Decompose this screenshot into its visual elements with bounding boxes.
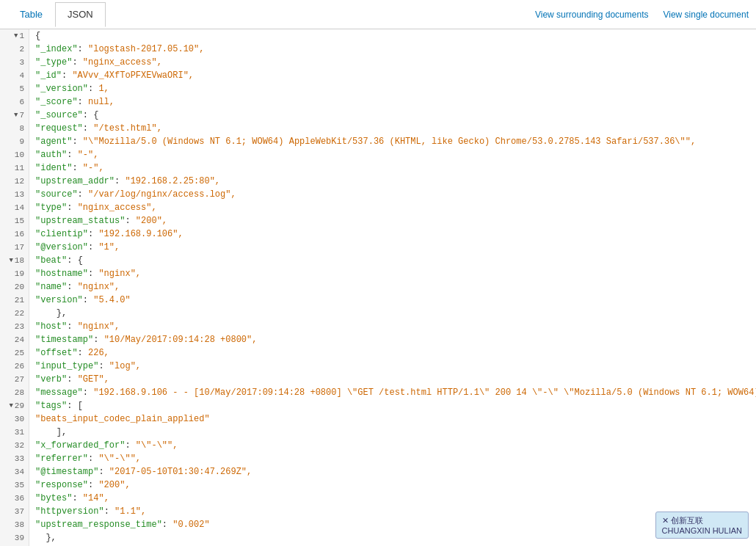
line-number: 28	[0, 386, 29, 399]
line-number: 5	[0, 82, 29, 95]
code-line: "version": "5.4.0"	[35, 294, 756, 307]
line-number: 38	[0, 518, 29, 531]
code-line: {	[35, 29, 756, 43]
line-number: 19	[0, 267, 29, 280]
code-line: "verb": "GET",	[35, 373, 756, 386]
line-number: 20	[0, 280, 29, 294]
code-line: "_version": 1,	[35, 82, 756, 95]
line-number: 12	[0, 175, 29, 188]
line-number: 21	[0, 294, 29, 307]
tab-table[interactable]: Table	[7, 2, 55, 26]
line-number: 16	[0, 228, 29, 241]
line-number: 9	[0, 135, 29, 148]
code-line: "timestamp": "10/May/2017:09:14:28 +0800…	[35, 333, 756, 346]
line-number: 3	[0, 56, 29, 69]
tab-json[interactable]: JSON	[55, 2, 106, 27]
line-number: 31	[0, 426, 29, 439]
code-line: "ident": "-",	[35, 161, 756, 175]
code-line: "httpversion": "1.1",	[35, 505, 756, 518]
code-line: "_type": "nginx_access",	[35, 56, 756, 69]
line-number: 36	[0, 492, 29, 505]
line-number: 39	[0, 531, 29, 545]
code-line: "input_type": "log",	[35, 360, 756, 373]
code-line: "request": "/test.html",	[35, 122, 756, 135]
line-number: 10	[0, 148, 29, 161]
code-line: "upstream_addr": "192.168.2.25:80",	[35, 175, 756, 188]
code-line: "tags": [	[35, 399, 756, 412]
code-line: ],	[35, 426, 756, 439]
code-line: "upstream_response_time": "0.002"	[35, 518, 756, 531]
code-line: "_source": {	[35, 109, 756, 122]
line-number: 4	[0, 69, 29, 82]
toolbar-right: View surrounding documents View single d…	[535, 10, 749, 20]
code-line: "_score": null,	[35, 95, 756, 109]
line-number: 25	[0, 346, 29, 360]
line-number: 23	[0, 320, 29, 333]
line-number: 15	[0, 214, 29, 228]
line-number: 32	[0, 439, 29, 452]
line-number: 11	[0, 161, 29, 175]
toggle-arrow[interactable]: ▼	[9, 254, 12, 267]
line-number: 22	[0, 307, 29, 320]
code-line: "referrer": "\"-\"",	[35, 452, 756, 465]
code-line: "hostname": "nginx",	[35, 267, 756, 280]
watermark-text: 创新互联	[671, 516, 703, 525]
toggle-arrow[interactable]: ▼	[9, 399, 12, 412]
line-number: 8	[0, 122, 29, 135]
line-numbers: ▼123456▼7891011121314151617▼181920212223…	[0, 29, 29, 546]
code-line: "x_forwarded_for": "\"-\"",	[35, 439, 756, 452]
code-line: "_id": "AVvv_4XfToPFXEVwaORI",	[35, 69, 756, 82]
code-line: "_index": "logstash-2017.05.10",	[35, 43, 756, 56]
code-line: "bytes": "14",	[35, 492, 756, 505]
tab-group: Table JSON	[7, 2, 106, 26]
line-number: 17	[0, 241, 29, 254]
code-line: "clientip": "192.168.9.106",	[35, 228, 756, 241]
watermark-icon: ✕	[662, 516, 669, 525]
line-number: 30	[0, 412, 29, 426]
code-line: },	[35, 307, 756, 320]
watermark-subtitle: CHUANGXIN HULIAN	[662, 526, 742, 535]
toggle-arrow[interactable]: ▼	[14, 29, 18, 43]
line-number: ▼1	[0, 29, 29, 43]
code-line: "beat": {	[35, 254, 756, 267]
view-single-link[interactable]: View single document	[663, 10, 749, 20]
watermark: ✕ 创新互联 CHUANGXIN HULIAN	[655, 512, 749, 539]
view-surrounding-link[interactable]: View surrounding documents	[535, 10, 649, 20]
json-viewer: ▼123456▼7891011121314151617▼181920212223…	[0, 29, 756, 546]
code-line: "source": "/var/log/nginx/access.log",	[35, 188, 756, 201]
code-line: "@timestamp": "2017-05-10T01:30:47.269Z"…	[35, 465, 756, 478]
line-number: 6	[0, 95, 29, 109]
code-line: "@version": "1",	[35, 241, 756, 254]
line-number: 2	[0, 43, 29, 56]
line-number: 24	[0, 333, 29, 346]
code-line: "auth": "-",	[35, 148, 756, 161]
line-number: 27	[0, 373, 29, 386]
toggle-arrow[interactable]: ▼	[14, 109, 18, 122]
line-number: 13	[0, 188, 29, 201]
line-number: 33	[0, 452, 29, 465]
line-number: 35	[0, 478, 29, 492]
code-line: "type": "nginx_access",	[35, 201, 756, 214]
line-number: ▼18	[0, 254, 29, 267]
code-line: "name": "nginx",	[35, 280, 756, 294]
code-content: { "_index": "logstash-2017.05.10", "_typ…	[29, 29, 756, 546]
line-number: 37	[0, 505, 29, 518]
line-number: 14	[0, 201, 29, 214]
code-line: "message": "192.168.9.106 - - [10/May/20…	[35, 386, 756, 399]
code-line: "agent": "\"Mozilla/5.0 (Windows NT 6.1;…	[35, 135, 756, 148]
line-number: 26	[0, 360, 29, 373]
code-line: },	[35, 531, 756, 545]
line-number: ▼7	[0, 109, 29, 122]
code-line: "offset": 226,	[35, 346, 756, 360]
tab-bar: Table JSON View surrounding documents Vi…	[0, 0, 756, 29]
code-line: "upstream_status": "200",	[35, 214, 756, 228]
code-line: "response": "200",	[35, 478, 756, 492]
line-number: 34	[0, 465, 29, 478]
code-line: "beats_input_codec_plain_applied"	[35, 412, 756, 426]
code-line: "host": "nginx",	[35, 320, 756, 333]
line-number: ▼29	[0, 399, 29, 412]
